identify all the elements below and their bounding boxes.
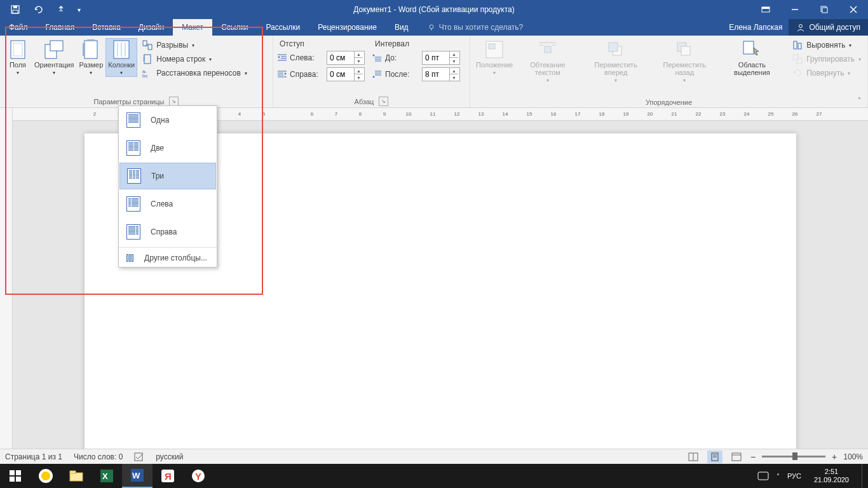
spacing-after-input[interactable]: ▲▼: [422, 67, 460, 81]
view-web-layout[interactable]: [729, 451, 744, 463]
orientation-button[interactable]: Ориентация ▾: [32, 38, 76, 77]
tray-chevron[interactable]: ˄: [776, 473, 780, 480]
tab-layout[interactable]: Макет: [173, 19, 212, 36]
tab-insert[interactable]: Вставка: [83, 19, 130, 36]
align-button[interactable]: Выровнять ▾: [790, 38, 864, 52]
spinner-down[interactable]: ▼: [355, 58, 363, 64]
share-button[interactable]: Общий доступ: [789, 19, 868, 36]
tell-me-search[interactable]: Что вы хотите сделать?: [428, 19, 524, 36]
indent-left-input[interactable]: ▲▼: [327, 51, 365, 65]
dialog-launcher-page-setup[interactable]: ↘: [169, 97, 179, 106]
proofing-icon[interactable]: [134, 452, 144, 462]
zoom-in-button[interactable]: +: [832, 452, 837, 462]
spacing-after-value[interactable]: [423, 70, 449, 79]
size-button[interactable]: Размер ▾: [76, 38, 105, 77]
bring-forward-button: Переместить вперед ▾: [581, 38, 651, 85]
indent-right-input[interactable]: ▲▼: [327, 67, 365, 81]
columns-option-three[interactable]: Три: [119, 163, 216, 189]
svg-rect-84: [758, 472, 768, 480]
status-language[interactable]: русский: [156, 452, 183, 461]
position-label: Положение: [476, 61, 513, 69]
tab-view[interactable]: Вид: [386, 19, 417, 36]
taskbar-word[interactable]: W: [122, 464, 153, 488]
save-button[interactable]: [5, 1, 25, 18]
tab-references[interactable]: Ссылки: [212, 19, 257, 36]
undo-button[interactable]: [28, 1, 48, 18]
spinner-down[interactable]: ▼: [450, 74, 458, 81]
spacing-before-input[interactable]: ▲▼: [422, 51, 460, 65]
tray-language[interactable]: РУС: [787, 472, 801, 480]
align-icon: [792, 40, 803, 50]
show-desktop-button[interactable]: [862, 464, 865, 488]
orientation-icon: [44, 39, 64, 60]
vertical-ruler[interactable]: [0, 108, 13, 464]
spinner-down[interactable]: ▼: [355, 74, 363, 81]
svg-rect-26: [144, 55, 151, 64]
view-print-layout[interactable]: [707, 451, 722, 463]
qat-customize[interactable]: ▾: [74, 1, 84, 18]
breaks-button[interactable]: Разрывы ▾: [140, 38, 250, 52]
tray-keyboard-icon[interactable]: [757, 471, 769, 480]
spinner-up[interactable]: ▲: [355, 68, 363, 74]
margins-button[interactable]: Поля ▾: [4, 38, 32, 77]
hyphenation-button[interactable]: a-bc Расстановка переносов ▾: [140, 66, 250, 80]
taskbar-yandex-search[interactable]: [31, 464, 61, 488]
spinner-up[interactable]: ▲: [450, 51, 458, 58]
zoom-out-button[interactable]: −: [750, 452, 756, 462]
taskbar-file-explorer[interactable]: [61, 464, 92, 488]
size-label: Размер: [79, 61, 103, 69]
columns-button[interactable]: Колонки ▾: [105, 38, 137, 77]
collapse-ribbon-button[interactable]: ˄: [853, 95, 865, 105]
user-account[interactable]: Елена Лапская: [722, 19, 789, 36]
columns-option-one[interactable]: Одна: [119, 106, 217, 134]
svg-rect-68: [10, 470, 15, 475]
breaks-icon: [142, 40, 153, 50]
redo-button[interactable]: [51, 1, 71, 18]
svg-rect-69: [16, 470, 21, 475]
tab-design[interactable]: Дизайн: [130, 19, 173, 36]
spinner-up[interactable]: ▲: [355, 51, 363, 58]
tab-mailings[interactable]: Рассылки: [257, 19, 309, 36]
selection-pane-button[interactable]: Область выделения: [718, 38, 787, 78]
columns-three-label: Три: [151, 172, 164, 180]
start-button[interactable]: [0, 464, 31, 488]
svg-rect-52: [609, 43, 618, 51]
taskbar-yandex-disk[interactable]: Я: [153, 464, 183, 488]
taskbar-excel[interactable]: X: [92, 464, 122, 488]
maximize-button[interactable]: [810, 1, 839, 18]
indent-left-value[interactable]: [327, 53, 354, 62]
tab-home[interactable]: Главная: [37, 19, 84, 36]
view-read-mode[interactable]: [686, 451, 701, 463]
columns-option-left[interactable]: Слева: [119, 190, 217, 218]
spacing-before-value[interactable]: [423, 53, 449, 62]
tab-review[interactable]: Рецензирование: [309, 19, 386, 36]
dialog-launcher-paragraph[interactable]: ↘: [379, 97, 388, 106]
spinner-down[interactable]: ▼: [450, 58, 458, 64]
svg-rect-66: [732, 453, 741, 461]
minimize-button[interactable]: [780, 1, 810, 18]
spinner-up[interactable]: ▲: [450, 68, 458, 74]
taskbar-yandex-browser[interactable]: Y: [183, 464, 214, 488]
zoom-level[interactable]: 100%: [843, 452, 863, 461]
indent-right-label: Справа:: [290, 70, 324, 79]
columns-label: Колонки: [108, 61, 135, 69]
group-paragraph: Отступ Слева: ▲▼ Справа: ▲▼ Интервал До:: [273, 36, 470, 107]
line-numbers-button[interactable]: 12 Номера строк ▾: [140, 52, 250, 66]
ribbon-display-options[interactable]: [751, 1, 780, 18]
tab-file[interactable]: Файл: [0, 19, 37, 36]
indent-right-value[interactable]: [327, 70, 354, 79]
indent-left-label: Слева:: [290, 53, 324, 62]
columns-more-options[interactable]: Другие столбцы...: [119, 249, 217, 267]
svg-point-10: [430, 25, 433, 29]
orientation-label: Ориентация: [34, 61, 74, 69]
columns-left-icon: [126, 196, 140, 212]
columns-two-icon: [126, 140, 140, 156]
close-button[interactable]: [839, 1, 868, 18]
svg-rect-57: [798, 43, 801, 49]
columns-option-right[interactable]: Справа: [119, 218, 217, 246]
columns-option-two[interactable]: Две: [119, 134, 217, 162]
tray-clock[interactable]: 2:51 21.09.2020: [809, 468, 854, 484]
status-page[interactable]: Страница 1 из 1: [5, 452, 62, 461]
status-word-count[interactable]: Число слов: 0: [74, 452, 123, 461]
zoom-slider[interactable]: [762, 456, 825, 458]
